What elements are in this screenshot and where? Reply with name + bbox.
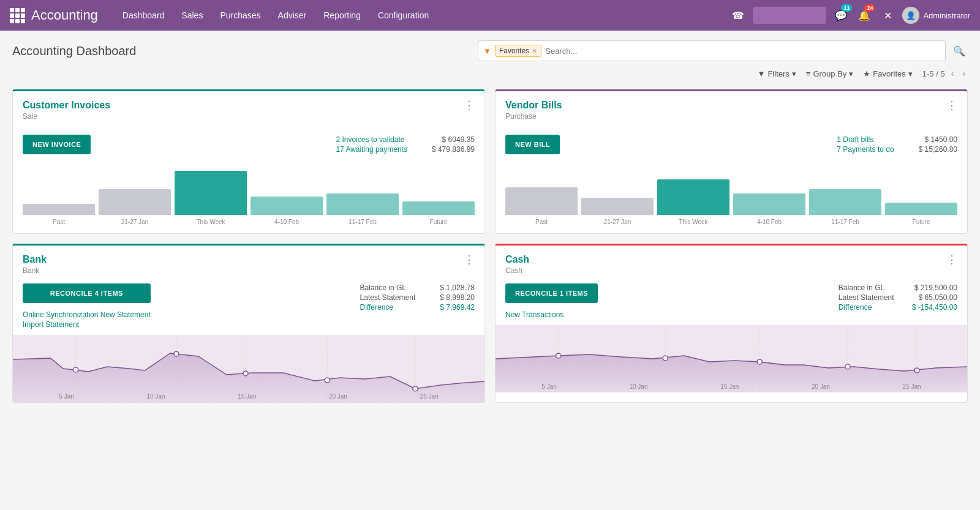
search-submit-button[interactable]: 🔍 bbox=[951, 43, 968, 59]
new-bill-button[interactable]: NEW BILL bbox=[505, 135, 560, 154]
cash-statement-label: Latest Statement bbox=[839, 293, 894, 302]
bar bbox=[505, 187, 578, 215]
phone-icon[interactable]: ☎ bbox=[729, 7, 747, 24]
alerts-icon[interactable]: 🔔 24 bbox=[856, 7, 873, 24]
reconcile-bank-button[interactable]: RECONCILE 4 ITEMS bbox=[23, 283, 151, 303]
cash-statement-line: Latest Statement $ 65,050.00 bbox=[839, 293, 957, 302]
messages-icon[interactable]: 💬 11 bbox=[832, 7, 850, 24]
bank-diff-value: $ 7,969.42 bbox=[440, 303, 475, 312]
menu-reporting[interactable]: Reporting bbox=[316, 7, 368, 24]
menu-adviser[interactable]: Adviser bbox=[271, 7, 314, 24]
groupby-icon: ≡ bbox=[806, 69, 811, 78]
reconcile-cash-button[interactable]: RECONCILE 1 ITEMS bbox=[505, 283, 598, 303]
favorites-button[interactable]: ★ Favorites ▾ bbox=[863, 69, 912, 78]
bar bbox=[657, 179, 729, 215]
customer-invoices-chart: Past21-27 JanThis Week4-10 Feb11-17 FebF… bbox=[13, 166, 484, 233]
app-logo[interactable]: Accounting bbox=[10, 7, 98, 23]
draft-bills-line: 1 Draft bills $ 1450.00 bbox=[837, 135, 957, 144]
favorites-chevron: ▾ bbox=[908, 69, 913, 78]
pagination-label: 1-5 / 5 bbox=[922, 69, 945, 78]
cash-label-jan25: 25 Jan bbox=[903, 383, 921, 390]
cards-grid: Customer Invoices Sale ⋮ NEW INVOICE 2 I… bbox=[12, 89, 968, 403]
bank-left: RECONCILE 4 ITEMS Online Synchronization… bbox=[23, 283, 151, 329]
star-icon: ★ bbox=[863, 69, 870, 78]
app-title: Accounting bbox=[31, 7, 98, 23]
online-sync-link[interactable]: Online Synchronization New Statement bbox=[23, 310, 151, 319]
bank-label-jan25: 25 Jan bbox=[420, 393, 439, 400]
cash-menu-icon[interactable]: ⋮ bbox=[946, 254, 957, 265]
bar-group bbox=[326, 193, 399, 215]
bar-label: 4-10 Feb bbox=[733, 219, 805, 225]
bar bbox=[23, 204, 95, 215]
invoices-validate-link[interactable]: 2 Invoices to validate bbox=[336, 135, 404, 144]
admin-menu[interactable]: 👤 Administrator bbox=[902, 7, 970, 24]
bank-gl-line: Balance in GL $ 1,028.78 bbox=[360, 283, 475, 292]
menu-dashboard[interactable]: Dashboard bbox=[115, 7, 172, 24]
close-icon[interactable]: ✕ bbox=[879, 7, 896, 24]
new-transactions-link[interactable]: New Transactions bbox=[505, 310, 598, 319]
bank-links: Online Synchronization New Statement Imp… bbox=[23, 310, 151, 329]
menu-purchases[interactable]: Purchases bbox=[213, 7, 268, 24]
avatar: 👤 bbox=[902, 7, 919, 24]
bar-label: Past bbox=[505, 219, 578, 225]
draft-bills-link[interactable]: 1 Draft bills bbox=[837, 135, 873, 144]
cash-title: Cash bbox=[505, 254, 529, 265]
cash-chart-labels: 5 Jan 10 Jan 15 Jan 20 Jan 25 Jan bbox=[496, 383, 967, 390]
vendor-bills-menu-icon[interactable]: ⋮ bbox=[946, 100, 957, 111]
remove-filter-button[interactable]: ✕ bbox=[532, 47, 537, 55]
bank-stats: Balance in GL $ 1,028.78 Latest Statemen… bbox=[360, 283, 475, 313]
search-box[interactable]: ▼ Favorites ✕ bbox=[478, 40, 946, 61]
bank-title: Bank bbox=[23, 254, 47, 265]
menu-configuration[interactable]: Configuration bbox=[371, 7, 436, 24]
customer-invoices-header: Customer Invoices Sale ⋮ bbox=[13, 91, 484, 123]
bar-label: 4-10 Feb bbox=[251, 219, 323, 225]
filters-button[interactable]: ▼ Filters ▾ bbox=[758, 69, 796, 78]
vendor-bills-stats: 1 Draft bills $ 1450.00 7 Payments to do… bbox=[837, 135, 957, 154]
cash-diff-value: $ -154,450.00 bbox=[912, 303, 957, 312]
customer-invoices-stats: 2 Invoices to validate $ 6049.35 17 Awai… bbox=[336, 135, 475, 154]
bar-group bbox=[175, 171, 247, 215]
bank-menu-icon[interactable]: ⋮ bbox=[464, 254, 475, 265]
bank-gl-value: $ 1,028.78 bbox=[440, 283, 475, 292]
bar-label: 21-27 Jan bbox=[99, 219, 171, 225]
customer-invoices-menu-icon[interactable]: ⋮ bbox=[464, 100, 475, 111]
bank-card: Bank Bank ⋮ RECONCILE 4 ITEMS Online Syn… bbox=[12, 244, 485, 403]
bar-label: Future bbox=[402, 219, 475, 225]
grid-icon bbox=[10, 8, 25, 23]
cash-links: New Transactions bbox=[505, 310, 598, 319]
cash-label-jan5: 5 Jan bbox=[541, 383, 556, 390]
payments-to-do-value: $ 15,260.80 bbox=[919, 145, 957, 154]
next-page-button[interactable]: › bbox=[960, 67, 968, 80]
search-input[interactable] bbox=[545, 47, 940, 56]
cash-line-chart: 5 Jan 10 Jan 15 Jan 20 Jan 25 Jan bbox=[496, 325, 967, 392]
bar-label: Past bbox=[23, 219, 95, 225]
new-invoice-button[interactable]: NEW INVOICE bbox=[23, 135, 91, 154]
stat-line-2: 17 Awaiting payments $ 479,836.99 bbox=[336, 145, 475, 154]
cash-statement-value: $ 65,050.00 bbox=[919, 293, 957, 302]
cash-gl-line: Balance in GL $ 219,500.00 bbox=[839, 283, 957, 292]
bar-label: 11-17 Feb bbox=[809, 219, 881, 225]
import-statement-link[interactable]: Import Statement bbox=[23, 320, 151, 329]
bar bbox=[581, 198, 654, 215]
topnav-search[interactable] bbox=[753, 7, 826, 24]
payments-to-do-link[interactable]: 7 Payments to do bbox=[837, 145, 894, 154]
awaiting-payments-link[interactable]: 17 Awaiting payments bbox=[336, 145, 407, 154]
search-area: ▼ Favorites ✕ 🔍 bbox=[478, 40, 968, 61]
cash-label-jan15: 15 Jan bbox=[720, 383, 739, 390]
bar-group bbox=[505, 187, 578, 215]
cash-card: Cash Cash ⋮ RECONCILE 1 ITEMS New Transa… bbox=[495, 244, 968, 403]
bar-label: This Week bbox=[657, 219, 729, 225]
alerts-badge: 24 bbox=[864, 4, 875, 12]
bank-gl-label: Balance in GL bbox=[360, 283, 406, 292]
menu-sales[interactable]: Sales bbox=[174, 7, 210, 24]
prev-page-button[interactable]: ‹ bbox=[949, 67, 957, 80]
cash-subtitle: Cash bbox=[505, 266, 529, 275]
vendor-bills-card: Vendor Bills Purchase ⋮ NEW BILL 1 Draft… bbox=[495, 89, 968, 234]
cash-left: RECONCILE 1 ITEMS New Transactions bbox=[505, 283, 598, 319]
filter-row: ▼ Filters ▾ ≡ Group By ▾ ★ Favorites ▾ 1… bbox=[12, 67, 968, 80]
bar-label: This Week bbox=[175, 219, 247, 225]
messages-badge: 11 bbox=[841, 4, 852, 12]
cash-gl-value: $ 219,500.00 bbox=[914, 283, 957, 292]
groupby-button[interactable]: ≡ Group By ▾ bbox=[806, 69, 854, 78]
main-content: Accounting Dashboard ▼ Favorites ✕ 🔍 ▼ F… bbox=[0, 31, 980, 413]
